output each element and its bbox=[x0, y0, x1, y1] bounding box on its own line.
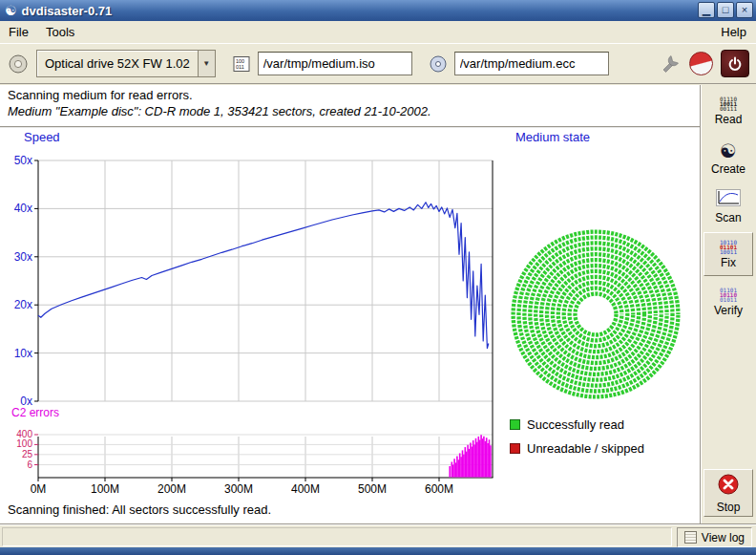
action-sidebar: 01110 10011 00111 Read ☯ Create Scan 101… bbox=[700, 85, 756, 523]
quit-power-button[interactable] bbox=[721, 50, 749, 77]
main-panel: Scanning medium for read errors. Medium … bbox=[0, 85, 700, 523]
toolbar: Optical drive 52X FW 1.02 ▼ 100 011 bbox=[0, 43, 756, 84]
iso-path-input[interactable] bbox=[258, 52, 412, 75]
iso-image-icon: 100 011 bbox=[232, 54, 251, 74]
scan-chart-icon bbox=[716, 189, 741, 209]
create-label: Create bbox=[711, 162, 746, 176]
yin-yang-icon: ☯ bbox=[720, 141, 737, 160]
svg-text:10x: 10x bbox=[14, 347, 32, 360]
svg-text:0M: 0M bbox=[31, 482, 47, 496]
log-window-icon bbox=[684, 531, 697, 544]
separator bbox=[0, 126, 700, 128]
status-line-finished: Scanning finished: All sectors successfu… bbox=[8, 502, 271, 517]
app-icon: ☯ bbox=[5, 4, 17, 17]
svg-text:200M: 200M bbox=[158, 482, 186, 496]
svg-text:25: 25 bbox=[22, 449, 33, 459]
create-button[interactable]: ☯ Create bbox=[704, 137, 753, 181]
statusbar: View log bbox=[0, 523, 756, 547]
legend-item-unreadable: Unreadable / skipped bbox=[510, 441, 644, 456]
app-window: ☯ dvdisaster-0.71 ▁ □ × File Tools Help … bbox=[0, 0, 756, 555]
verify-label: Verify bbox=[714, 304, 743, 317]
window-title: dvdisaster-0.71 bbox=[22, 4, 113, 18]
drive-select-value: Optical drive 52X FW 1.02 bbox=[37, 56, 198, 71]
drive-select[interactable]: Optical drive 52X FW 1.02 ▼ bbox=[36, 50, 216, 77]
legend-swatch-read bbox=[510, 419, 520, 430]
svg-text:500M: 500M bbox=[358, 482, 387, 496]
legend-item-read: Successfully read bbox=[510, 417, 624, 432]
view-log-label: View log bbox=[702, 531, 745, 544]
svg-text:6: 6 bbox=[27, 459, 32, 470]
svg-text:20x: 20x bbox=[14, 298, 32, 311]
fix-binary-icon: 10110 01101 10011 bbox=[720, 240, 737, 254]
svg-text:100M: 100M bbox=[91, 482, 119, 496]
status-line-medium: Medium "Example disc": CD-R mode 1, 3534… bbox=[8, 104, 431, 118]
fix-button[interactable]: 10110 01101 10011 Fix bbox=[704, 232, 753, 276]
window-bottom-edge bbox=[0, 547, 756, 555]
svg-text:400: 400 bbox=[16, 429, 32, 439]
chevron-down-icon: ▼ bbox=[198, 51, 215, 76]
verify-button[interactable]: 01101 10110 01011 Verify bbox=[704, 280, 753, 324]
read-button[interactable]: 01110 10011 00111 Read bbox=[704, 89, 753, 133]
status-line-action: Scanning medium for read errors. bbox=[8, 88, 193, 102]
window-controls: ▁ □ × bbox=[698, 2, 753, 18]
svg-text:100: 100 bbox=[16, 438, 32, 449]
toolbar-right-group bbox=[659, 50, 749, 77]
scan-button[interactable]: Scan bbox=[704, 184, 753, 228]
fix-label: Fix bbox=[721, 256, 736, 269]
view-log-button[interactable]: View log bbox=[677, 527, 752, 547]
read-binary-icon: 01110 10011 00111 bbox=[720, 96, 737, 111]
legend-label-read: Successfully read bbox=[527, 417, 624, 432]
menu-tools[interactable]: Tools bbox=[37, 22, 83, 42]
dvdisaster-logo-icon[interactable] bbox=[689, 52, 713, 75]
svg-text:30x: 30x bbox=[14, 250, 32, 264]
drive-icon[interactable] bbox=[7, 53, 30, 75]
read-label: Read bbox=[715, 113, 743, 126]
titlebar[interactable]: ☯ dvdisaster-0.71 ▁ □ × bbox=[0, 0, 756, 21]
ecc-path-input[interactable] bbox=[454, 52, 609, 75]
maximize-button[interactable]: □ bbox=[717, 2, 734, 18]
stop-label: Stop bbox=[717, 501, 741, 514]
menu-help[interactable]: Help bbox=[712, 22, 756, 42]
svg-text:400M: 400M bbox=[291, 482, 320, 496]
svg-text:011: 011 bbox=[236, 64, 244, 70]
scan-label: Scan bbox=[715, 211, 741, 224]
verify-binary-icon: 01101 10110 01011 bbox=[720, 288, 737, 302]
stop-button[interactable]: Stop bbox=[704, 469, 753, 517]
medium-state-disc bbox=[508, 226, 683, 402]
svg-text:600M: 600M bbox=[425, 482, 453, 496]
minimize-button[interactable]: ▁ bbox=[698, 2, 715, 18]
menubar: File Tools Help bbox=[0, 21, 756, 43]
menu-file[interactable]: File bbox=[0, 22, 37, 42]
svg-text:50x: 50x bbox=[14, 154, 32, 167]
ecc-file-icon bbox=[429, 54, 448, 74]
legend-swatch-unreadable bbox=[510, 443, 520, 454]
svg-text:40x: 40x bbox=[14, 202, 32, 215]
preferences-wrench-icon[interactable] bbox=[659, 53, 682, 75]
statusbar-message-area bbox=[2, 527, 672, 546]
close-button[interactable]: × bbox=[736, 2, 753, 18]
legend-label-unreadable: Unreadable / skipped bbox=[527, 441, 644, 456]
stop-icon bbox=[717, 473, 740, 499]
svg-text:0x: 0x bbox=[20, 395, 32, 408]
svg-text:300M: 300M bbox=[224, 482, 253, 496]
